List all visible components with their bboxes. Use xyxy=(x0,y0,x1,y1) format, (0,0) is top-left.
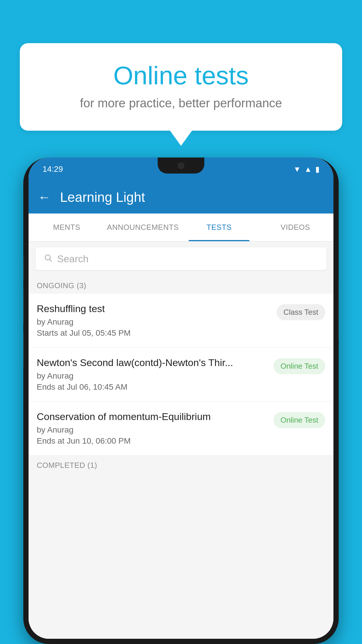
ongoing-section-header: ONGOING (3) xyxy=(29,276,333,294)
app-header: ← Learning Light xyxy=(29,181,333,214)
search-bar[interactable]: Search xyxy=(36,247,326,270)
test-time-1: Starts at Jul 05, 05:45 PM xyxy=(37,328,271,338)
test-author-1: by Anurag xyxy=(37,317,271,327)
tab-tests[interactable]: TESTS xyxy=(181,214,257,241)
phone-side-button-power xyxy=(338,280,339,338)
bubble-subtitle: for more practice, better performance xyxy=(43,96,319,110)
test-info-1: Reshuffling test by Anurag Starts at Jul… xyxy=(37,303,271,338)
test-item-3[interactable]: Conservation of momentum-Equilibrium by … xyxy=(29,402,333,455)
phone-side-button-1 xyxy=(23,257,24,280)
tab-videos[interactable]: VIDEOS xyxy=(257,214,334,241)
test-author-3: by Anurag xyxy=(37,425,268,435)
tab-ments[interactable]: MENTS xyxy=(29,214,105,241)
battery-icon: ▮ xyxy=(315,165,319,174)
phone-side-button-3 xyxy=(23,332,24,368)
phone-notch xyxy=(158,158,204,174)
speech-bubble: Online tests for more practice, better p… xyxy=(20,43,342,131)
test-info-3: Conservation of momentum-Equilibrium by … xyxy=(37,411,268,446)
test-author-2: by Anurag xyxy=(37,371,268,381)
test-badge-1: Class Test xyxy=(277,304,325,320)
test-time-2: Ends at Jul 06, 10:45 AM xyxy=(37,382,268,392)
phone-screen: 14:29 ▼ ▲ ▮ ← Learning Light MENTS ANNOU… xyxy=(29,158,333,639)
svg-point-0 xyxy=(45,255,50,260)
bubble-title: Online tests xyxy=(43,61,319,90)
completed-section-header: COMPLETED (1) xyxy=(29,456,333,473)
test-item-1[interactable]: Reshuffling test by Anurag Starts at Jul… xyxy=(29,294,333,347)
back-button[interactable]: ← xyxy=(38,190,51,204)
wifi-icon: ▼ xyxy=(294,165,301,174)
test-info-2: Newton's Second law(contd)-Newton's Thir… xyxy=(37,357,268,392)
search-placeholder: Search xyxy=(57,253,89,265)
test-name-2: Newton's Second law(contd)-Newton's Thir… xyxy=(37,357,268,368)
tabs-bar: MENTS ANNOUNCEMENTS TESTS VIDEOS xyxy=(29,214,333,242)
content-area: Search ONGOING (3) Reshuffling test by A… xyxy=(29,242,333,639)
test-name-3: Conservation of momentum-Equilibrium xyxy=(37,411,268,422)
test-badge-3: Online Test xyxy=(273,412,325,428)
search-icon xyxy=(44,253,52,265)
tab-announcements[interactable]: ANNOUNCEMENTS xyxy=(105,214,181,241)
phone-side-button-2 xyxy=(23,289,24,324)
svg-line-1 xyxy=(50,260,52,262)
signal-icon: ▲ xyxy=(304,165,312,174)
test-time-3: Ends at Jun 10, 06:00 PM xyxy=(37,436,268,446)
inner-screen: 14:29 ▼ ▲ ▮ ← Learning Light MENTS ANNOU… xyxy=(29,158,333,639)
test-item-2[interactable]: Newton's Second law(contd)-Newton's Thir… xyxy=(29,348,333,401)
speech-bubble-container: Online tests for more practice, better p… xyxy=(20,43,342,131)
status-icons: ▼ ▲ ▮ xyxy=(294,165,319,174)
camera-dot xyxy=(178,162,184,169)
app-title: Learning Light xyxy=(60,189,145,205)
test-name-1: Reshuffling test xyxy=(37,303,271,314)
status-time: 14:29 xyxy=(43,164,63,174)
test-badge-2: Online Test xyxy=(273,358,325,374)
phone-frame: 14:29 ▼ ▲ ▮ ← Learning Light MENTS ANNOU… xyxy=(23,158,339,644)
